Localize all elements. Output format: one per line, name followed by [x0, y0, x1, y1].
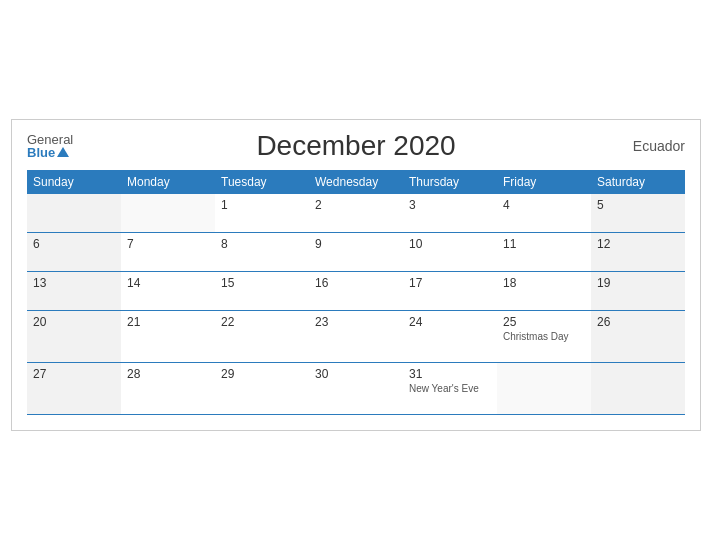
day-cell: 10	[403, 233, 497, 272]
day-number: 8	[221, 237, 303, 251]
weekday-header-row: Sunday Monday Tuesday Wednesday Thursday…	[27, 170, 685, 194]
day-cell: 4	[497, 194, 591, 233]
logo-triangle-icon	[57, 147, 69, 157]
header-friday: Friday	[497, 170, 591, 194]
week-row-0: 12345	[27, 194, 685, 233]
day-cell: 24	[403, 311, 497, 363]
day-cell: 28	[121, 363, 215, 415]
day-cell: 13	[27, 272, 121, 311]
calendar-header: General Blue December 2020 Ecuador	[27, 130, 685, 162]
header-monday: Monday	[121, 170, 215, 194]
day-cell: 25Christmas Day	[497, 311, 591, 363]
day-cell: 1	[215, 194, 309, 233]
day-cell: 22	[215, 311, 309, 363]
day-cell: 9	[309, 233, 403, 272]
day-number: 1	[221, 198, 303, 212]
week-row-1: 6789101112	[27, 233, 685, 272]
header-thursday: Thursday	[403, 170, 497, 194]
holiday-name: New Year's Eve	[409, 383, 491, 394]
day-cell: 26	[591, 311, 685, 363]
calendar-table: Sunday Monday Tuesday Wednesday Thursday…	[27, 170, 685, 415]
day-number: 23	[315, 315, 397, 329]
day-number: 13	[33, 276, 115, 290]
header-saturday: Saturday	[591, 170, 685, 194]
day-cell: 3	[403, 194, 497, 233]
day-number: 4	[503, 198, 585, 212]
day-cell	[497, 363, 591, 415]
logo-blue-text: Blue	[27, 146, 55, 159]
day-number: 26	[597, 315, 679, 329]
day-number: 29	[221, 367, 303, 381]
day-cell	[121, 194, 215, 233]
day-number: 3	[409, 198, 491, 212]
week-row-4: 2728293031New Year's Eve	[27, 363, 685, 415]
day-number: 17	[409, 276, 491, 290]
day-cell: 12	[591, 233, 685, 272]
day-number: 7	[127, 237, 209, 251]
week-row-3: 202122232425Christmas Day26	[27, 311, 685, 363]
day-cell: 5	[591, 194, 685, 233]
day-cell: 29	[215, 363, 309, 415]
week-row-2: 13141516171819	[27, 272, 685, 311]
day-cell: 20	[27, 311, 121, 363]
day-number: 25	[503, 315, 585, 329]
day-number: 20	[33, 315, 115, 329]
day-number: 16	[315, 276, 397, 290]
day-number: 11	[503, 237, 585, 251]
calendar: General Blue December 2020 Ecuador Sunda…	[11, 119, 701, 431]
day-number: 24	[409, 315, 491, 329]
day-cell: 14	[121, 272, 215, 311]
day-cell: 8	[215, 233, 309, 272]
day-number: 10	[409, 237, 491, 251]
day-number: 19	[597, 276, 679, 290]
day-cell: 27	[27, 363, 121, 415]
header-tuesday: Tuesday	[215, 170, 309, 194]
day-cell: 11	[497, 233, 591, 272]
day-cell: 16	[309, 272, 403, 311]
day-number: 28	[127, 367, 209, 381]
day-cell: 6	[27, 233, 121, 272]
day-number: 31	[409, 367, 491, 381]
day-number: 9	[315, 237, 397, 251]
header-wednesday: Wednesday	[309, 170, 403, 194]
holiday-name: Christmas Day	[503, 331, 585, 342]
day-cell: 17	[403, 272, 497, 311]
country-label: Ecuador	[633, 138, 685, 154]
header-sunday: Sunday	[27, 170, 121, 194]
logo: General Blue	[27, 133, 73, 159]
day-number: 12	[597, 237, 679, 251]
day-cell	[27, 194, 121, 233]
day-number: 6	[33, 237, 115, 251]
day-number: 21	[127, 315, 209, 329]
day-number: 22	[221, 315, 303, 329]
day-cell: 30	[309, 363, 403, 415]
day-cell: 23	[309, 311, 403, 363]
day-number: 18	[503, 276, 585, 290]
day-cell: 7	[121, 233, 215, 272]
day-cell: 19	[591, 272, 685, 311]
day-number: 30	[315, 367, 397, 381]
day-cell: 15	[215, 272, 309, 311]
day-number: 15	[221, 276, 303, 290]
day-number: 14	[127, 276, 209, 290]
day-cell: 2	[309, 194, 403, 233]
day-cell	[591, 363, 685, 415]
calendar-title: December 2020	[256, 130, 455, 162]
day-cell: 31New Year's Eve	[403, 363, 497, 415]
day-number: 2	[315, 198, 397, 212]
day-number: 27	[33, 367, 115, 381]
day-number: 5	[597, 198, 679, 212]
day-cell: 21	[121, 311, 215, 363]
day-cell: 18	[497, 272, 591, 311]
